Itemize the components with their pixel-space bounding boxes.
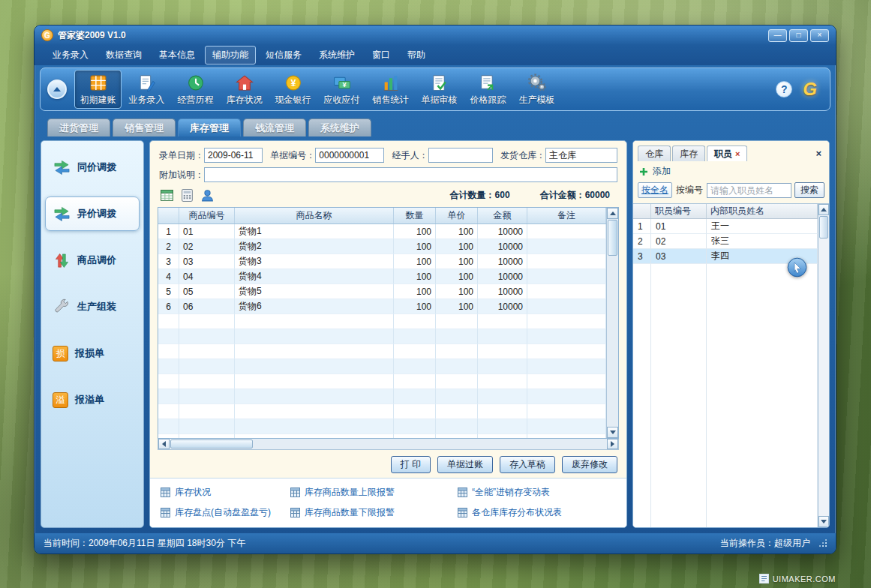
table-row-empty[interactable]: [158, 344, 606, 359]
table-row-empty[interactable]: [158, 314, 606, 329]
table-row-empty[interactable]: [158, 389, 606, 404]
handler-field[interactable]: [428, 148, 493, 163]
table-row-empty[interactable]: [633, 474, 818, 489]
table-row-empty[interactable]: [633, 504, 818, 519]
toolbar-item-operation-history[interactable]: 经营历程: [172, 70, 219, 109]
note-field[interactable]: [204, 167, 617, 182]
quick-link-upper-limit-alert[interactable]: 库存商品数量上限报警: [290, 486, 455, 499]
col-note[interactable]: 备注: [527, 208, 606, 224]
table-row-empty[interactable]: [158, 374, 606, 389]
table-row-empty[interactable]: [633, 414, 818, 429]
col-staff-code[interactable]: 职员编号: [651, 204, 707, 218]
table-row-empty[interactable]: [633, 384, 818, 399]
sidebar-item-same-price-transfer[interactable]: 同价调拨: [45, 150, 140, 184]
menu-item-help[interactable]: 帮助: [400, 46, 433, 64]
scroll-thumb[interactable]: [608, 220, 617, 256]
menu-item-basic-info[interactable]: 基本信息: [152, 46, 203, 64]
sidebar-item-loss-report[interactable]: 损 报损单: [45, 336, 140, 370]
staff-vertical-scrollbar[interactable]: [818, 204, 829, 527]
tab-sales-management[interactable]: 销售管理: [113, 118, 176, 136]
scroll-up-button[interactable]: [818, 204, 829, 215]
col-quantity[interactable]: 数量: [394, 208, 436, 224]
quick-link-allround-flow-report[interactable]: “全能”进销存变动表: [458, 486, 616, 499]
tab-close-icon[interactable]: ×: [735, 147, 740, 161]
menu-item-data-query[interactable]: 数据查询: [98, 46, 149, 64]
table-row-empty[interactable]: [633, 309, 818, 324]
table-row[interactable]: 606货物610010010000: [158, 299, 606, 314]
menu-item-window[interactable]: 窗口: [365, 46, 398, 64]
scroll-down-button[interactable]: [607, 427, 618, 438]
scroll-down-button[interactable]: [818, 516, 829, 527]
table-row-empty[interactable]: [633, 354, 818, 369]
table-row-empty[interactable]: [158, 434, 606, 438]
calculator-icon[interactable]: [179, 188, 194, 202]
post-voucher-button[interactable]: 单据过账: [437, 456, 493, 473]
close-button[interactable]: ×: [810, 29, 829, 42]
scroll-thumb[interactable]: [819, 216, 828, 238]
table-row-empty[interactable]: [633, 444, 818, 459]
menu-item-business-entry[interactable]: 业务录入: [45, 46, 96, 64]
table-row-empty[interactable]: [158, 419, 606, 434]
print-button[interactable]: 打 印: [391, 456, 431, 473]
staff-search-input[interactable]: [707, 183, 791, 198]
help-button[interactable]: ?: [776, 81, 792, 98]
table-row-empty[interactable]: [633, 459, 818, 474]
toolbar-item-receivable-payable[interactable]: ¥ 应收应付: [318, 70, 365, 109]
maximize-button[interactable]: □: [789, 29, 808, 42]
person-icon[interactable]: [200, 188, 215, 202]
warehouse-field[interactable]: [545, 148, 617, 163]
search-button[interactable]: 搜索: [794, 182, 824, 198]
staff-row[interactable]: 101王一: [633, 219, 818, 234]
menu-item-auxiliary-functions[interactable]: 辅助功能: [205, 46, 256, 64]
scroll-up-button[interactable]: [607, 208, 618, 219]
table-row-empty[interactable]: [633, 399, 818, 414]
toolbar-item-production-template[interactable]: 生产模板: [513, 70, 560, 109]
filter-by-fullname-button[interactable]: 按全名: [638, 182, 672, 198]
tab-staff[interactable]: 职员×: [707, 146, 747, 161]
sidebar-item-overflow-report[interactable]: 溢 报溢单: [45, 382, 140, 417]
tab-system-maintenance[interactable]: 系统维护: [308, 118, 371, 136]
minimize-button[interactable]: —: [768, 29, 787, 42]
tab-cashflow-management[interactable]: 钱流管理: [243, 118, 306, 136]
table-row[interactable]: 505货物510010010000: [158, 284, 606, 299]
toolbar-item-business-entry[interactable]: 业务录入: [123, 70, 170, 109]
staff-row[interactable]: 202张三: [633, 234, 818, 249]
table-row[interactable]: 101货物110010010000: [158, 224, 606, 239]
scroll-right-button[interactable]: [607, 439, 618, 449]
discard-changes-button[interactable]: 废弃修改: [562, 456, 617, 473]
toolbar-item-cash-bank[interactable]: ¥ 现金银行: [269, 70, 317, 109]
table-row-empty[interactable]: [633, 324, 818, 339]
quick-link-stocktaking[interactable]: 库存盘点(自动盘盈盘亏): [161, 506, 287, 519]
table-row-empty[interactable]: [158, 329, 606, 344]
sidebar-item-production-assembly[interactable]: 生产组装: [45, 290, 140, 324]
table-row-empty[interactable]: [633, 369, 818, 384]
date-field[interactable]: [204, 148, 263, 163]
tab-purchase-management[interactable]: 进货管理: [47, 118, 110, 136]
scroll-left-button[interactable]: [158, 439, 170, 449]
doc-number-field[interactable]: [315, 148, 384, 163]
panel-close-icon[interactable]: ×: [812, 146, 824, 161]
table-icon[interactable]: [159, 188, 174, 202]
table-row-empty[interactable]: [633, 489, 818, 504]
collapse-toolbar-button[interactable]: [47, 80, 67, 99]
table-row-empty[interactable]: [633, 279, 818, 294]
menu-item-system-maintenance[interactable]: 系统维护: [311, 46, 362, 64]
table-row-empty[interactable]: [633, 519, 818, 527]
scroll-thumb[interactable]: [170, 440, 253, 448]
col-staff-name[interactable]: 内部职员姓名: [707, 204, 818, 218]
quick-link-lower-limit-alert[interactable]: 库存商品数量下限报警: [290, 506, 455, 519]
table-row-empty[interactable]: [633, 429, 818, 444]
save-draft-button[interactable]: 存入草稿: [500, 456, 555, 473]
toolbar-item-price-tracking[interactable]: 价格跟踪: [464, 70, 512, 109]
col-unit-price[interactable]: 单价: [436, 208, 478, 224]
col-goods-name[interactable]: 商品名称: [235, 208, 394, 224]
toolbar-item-sales-statistics[interactable]: 销售统计: [367, 70, 414, 109]
col-goods-code[interactable]: 商品编号: [179, 208, 235, 224]
table-row-empty[interactable]: [633, 294, 818, 309]
vertical-scrollbar[interactable]: [606, 208, 618, 438]
quick-link-inventory-status[interactable]: 库存状况: [161, 486, 287, 499]
menu-item-sms-service[interactable]: 短信服务: [258, 46, 309, 64]
horizontal-scrollbar[interactable]: [158, 439, 619, 450]
tab-warehouse[interactable]: 仓库: [638, 146, 671, 161]
filter-by-code-button[interactable]: 按编号: [675, 184, 704, 196]
